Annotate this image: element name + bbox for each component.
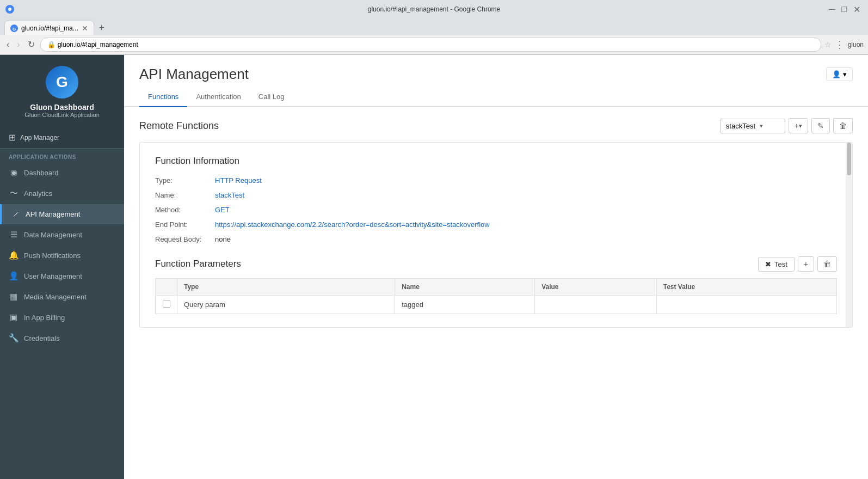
back-button[interactable]: ‹ [4, 39, 11, 51]
sidebar-item-label: In App Billing [24, 314, 65, 322]
trash-icon: 🗑 [839, 121, 847, 130]
add-param-button[interactable]: + [798, 256, 814, 272]
in-app-billing-icon: ▣ [9, 312, 19, 322]
bookmark-button[interactable]: ☆ [824, 40, 832, 49]
sidebar-item-label: Credentials [24, 334, 60, 342]
add-function-button[interactable]: + ▾ [789, 118, 808, 133]
sidebar-item-label: Data Management [24, 231, 82, 239]
tab-favicon-icon: G [10, 24, 18, 32]
row-test-value-cell [656, 296, 836, 314]
plus-dropdown-arrow: ▾ [799, 122, 802, 130]
browser-tabs-bar: G gluon.io/#!api_ma... ✕ + [0, 19, 868, 35]
maximize-button[interactable]: □ [839, 4, 849, 14]
address-input[interactable] [58, 41, 814, 48]
sidebar-item-label: Analytics [24, 189, 52, 198]
col-header-check [156, 279, 177, 296]
row-checkbox[interactable] [163, 300, 170, 308]
function-selector-dropdown[interactable]: stackTest ▾ [720, 119, 785, 133]
col-header-name: Name [395, 279, 535, 296]
analytics-icon: 〜 [9, 188, 19, 199]
sidebar-item-dashboard[interactable]: ◉ Dashboard [0, 162, 124, 183]
request-body-label: Request Body: [155, 235, 215, 243]
params-header: Function Parameters ✖ Test + 🗑 [155, 256, 837, 272]
media-management-icon: ▦ [9, 292, 19, 302]
table-row: Query param tagged [156, 296, 837, 314]
dashboard-icon: ◉ [9, 168, 19, 177]
method-value: GET [215, 206, 230, 214]
scrollbar-thumb[interactable] [847, 143, 851, 175]
sidebar: G Gluon Dashboard Gluon CloudLink Applic… [0, 55, 124, 479]
params-table-header: Type Name Value Test Value [156, 279, 837, 296]
request-body-value: none [215, 235, 231, 243]
sidebar-item-user-management[interactable]: 👤 User Management [0, 266, 124, 286]
sidebar-item-push-notifications[interactable]: 🔔 Push Notifications [0, 245, 124, 266]
new-tab-button[interactable]: + [94, 21, 109, 35]
forward-button[interactable]: › [15, 39, 22, 51]
app-layout: G Gluon Dashboard Gluon CloudLink Applic… [0, 55, 868, 479]
app-manager-label: App Manager [20, 134, 59, 142]
logo-letter: G [56, 73, 68, 91]
push-notifications-icon: 🔔 [9, 250, 19, 260]
sidebar-item-in-app-billing[interactable]: ▣ In App Billing [0, 307, 124, 328]
params-table: Type Name Value Test Value [155, 278, 837, 314]
browser-address-bar: ‹ › ↻ 🔒 ☆ ⋮ gluon [0, 35, 868, 54]
sidebar-item-label: User Management [24, 272, 82, 280]
window-controls: ─ □ ✕ [827, 4, 863, 15]
refresh-button[interactable]: ↻ [26, 38, 37, 51]
user-icon: 👤 [832, 70, 841, 78]
info-row-request-body: Request Body: none [155, 235, 837, 243]
page-title: API Management [139, 66, 249, 83]
sidebar-item-label: Media Management [24, 293, 87, 301]
test-button[interactable]: ✖ Test [758, 257, 795, 272]
row-checkbox-cell [156, 296, 177, 314]
data-management-icon: ☰ [9, 230, 19, 240]
browser-tab[interactable]: G gluon.io/#!api_ma... ✕ [4, 21, 94, 35]
params-controls: ✖ Test + 🗑 [758, 256, 837, 272]
remote-functions-header: Remote Functions stackTest ▾ + ▾ ✎ 🗑 [139, 118, 853, 133]
endpoint-label: End Point: [155, 220, 215, 229]
sidebar-item-credentials[interactable]: 🔧 Credentials [0, 328, 124, 348]
sidebar-item-api-management[interactable]: ⟋ API Management [0, 204, 124, 224]
function-info-title: Function Information [155, 156, 837, 167]
tab-functions[interactable]: Functions [139, 87, 187, 107]
tab-close-icon[interactable]: ✕ [82, 24, 88, 33]
tab-authentication[interactable]: Authentication [187, 87, 249, 107]
chrome-logo-icon [5, 5, 14, 14]
endpoint-value: https://api.stackexchange.com/2.2/search… [215, 220, 490, 229]
delete-function-button[interactable]: 🗑 [833, 118, 853, 133]
close-button[interactable]: ✕ [851, 4, 863, 15]
svg-text:G: G [13, 26, 16, 31]
test-btn-label: Test [774, 260, 787, 268]
sidebar-header: G Gluon Dashboard Gluon CloudLink Applic… [0, 55, 124, 127]
user-profile-label[interactable]: gluon [848, 41, 864, 48]
browser-chrome: gluon.io/#!api_management - Google Chrom… [0, 0, 868, 55]
scrollbar-track[interactable] [846, 143, 852, 327]
delete-param-button[interactable]: 🗑 [817, 256, 837, 272]
chrome-menu-button[interactable]: ⋮ [835, 39, 845, 51]
sidebar-item-data-management[interactable]: ☰ Data Management [0, 224, 124, 245]
credentials-icon: 🔧 [9, 333, 19, 343]
dropdown-chevron-icon: ▾ [760, 122, 763, 130]
user-menu-button[interactable]: 👤 ▾ [826, 67, 853, 81]
info-row-type: Type: HTTP Request [155, 176, 837, 185]
sidebar-item-analytics[interactable]: 〜 Analytics [0, 183, 124, 204]
selected-function-label: stackTest [726, 122, 755, 130]
app-manager-item[interactable]: ⊞ App Manager [0, 127, 124, 149]
tabs-bar: Functions Authentication Call Log [124, 87, 868, 107]
edit-function-button[interactable]: ✎ [811, 118, 830, 133]
main-header: API Management 👤 ▾ [124, 55, 868, 83]
api-management-icon: ⟋ [10, 210, 20, 219]
col-header-type: Type [177, 279, 395, 296]
name-label: Name: [155, 191, 215, 199]
browser-titlebar: gluon.io/#!api_management - Google Chrom… [0, 0, 868, 19]
params-title: Function Parameters [155, 259, 241, 269]
sidebar-item-label: Dashboard [24, 169, 59, 177]
tab-call-log[interactable]: Call Log [250, 87, 293, 107]
address-bar-field[interactable]: 🔒 [40, 38, 821, 52]
secure-icon: 🔒 [47, 41, 56, 48]
sidebar-item-label: Push Notifications [24, 251, 81, 260]
minimize-button[interactable]: ─ [827, 4, 837, 14]
col-header-test-value: Test Value [656, 279, 836, 296]
app-name-label: Gluon Dashboard [30, 103, 94, 112]
sidebar-item-media-management[interactable]: ▦ Media Management [0, 286, 124, 307]
